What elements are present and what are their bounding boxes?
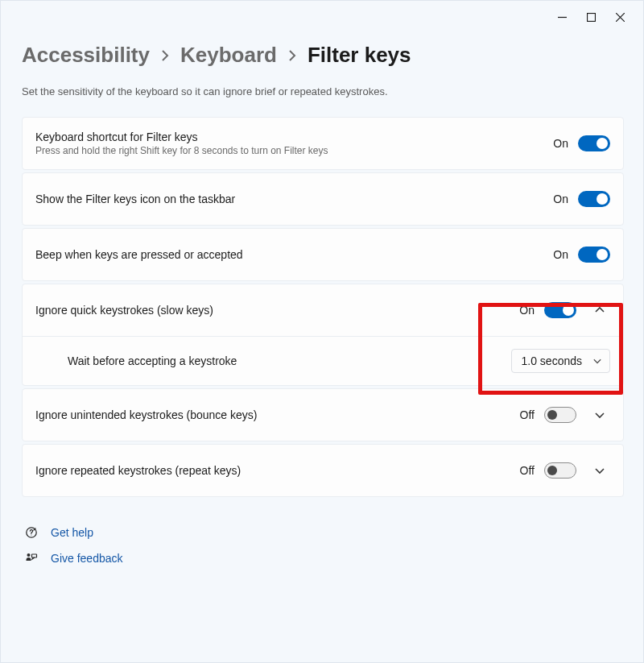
toggle-state-label: On	[553, 248, 568, 261]
toggle-state-label: Off	[520, 464, 535, 477]
chevron-down-icon	[593, 357, 601, 365]
breadcrumb-keyboard[interactable]: Keyboard	[180, 43, 277, 68]
svg-point-2	[31, 534, 31, 535]
help-icon	[25, 526, 39, 539]
toggle-bounce-keys[interactable]	[544, 407, 576, 423]
chevron-down-icon[interactable]	[589, 466, 610, 475]
row-title: Show the Filter keys icon on the taskbar	[35, 193, 553, 205]
toggle-state-label: On	[553, 193, 568, 205]
link-get-help[interactable]: Get help	[25, 526, 624, 539]
toggle-state-label: On	[553, 137, 568, 150]
row-description: Press and hold the right Shift key for 8…	[35, 145, 553, 156]
row-bounce-keys: Ignore unintended keystrokes (bounce key…	[22, 388, 624, 441]
toggle-keyboard-shortcut[interactable]	[578, 135, 610, 151]
svg-rect-4	[32, 554, 37, 557]
row-title: Beep when keys are pressed or accepted	[35, 248, 553, 261]
toggle-taskbar-icon[interactable]	[578, 191, 610, 207]
row-beep: Beep when keys are pressed or accepted O…	[22, 228, 624, 281]
select-wait-before-accepting[interactable]: 1.0 seconds	[511, 349, 611, 373]
toggle-repeat-keys[interactable]	[544, 462, 576, 479]
toggle-beep[interactable]	[578, 247, 610, 263]
chevron-down-icon[interactable]	[589, 410, 610, 420]
link-label: Get help	[51, 526, 93, 539]
row-taskbar-icon: Show the Filter keys icon on the taskbar…	[22, 172, 624, 226]
close-button[interactable]	[614, 11, 625, 23]
maximize-button[interactable]	[585, 11, 597, 23]
chevron-right-icon	[161, 50, 169, 64]
toggle-state-label: Off	[520, 408, 535, 421]
row-title: Ignore quick keystrokes (slow keys)	[35, 304, 519, 317]
svg-point-3	[27, 553, 31, 557]
feedback-icon	[25, 552, 39, 565]
chevron-right-icon	[288, 50, 296, 64]
select-value: 1.0 seconds	[522, 354, 583, 367]
row-keyboard-shortcut: Keyboard shortcut for Filter keys Press …	[22, 117, 624, 170]
chevron-up-icon[interactable]	[589, 305, 610, 315]
breadcrumb-accessibility[interactable]: Accessibility	[22, 43, 150, 68]
row-title: Ignore repeated keystrokes (repeat keys)	[35, 464, 520, 477]
row-repeat-keys: Ignore repeated keystrokes (repeat keys)…	[22, 444, 624, 497]
sub-row-label: Wait before accepting a keystroke	[68, 354, 511, 367]
link-give-feedback[interactable]: Give feedback	[25, 552, 624, 565]
link-label: Give feedback	[51, 552, 123, 565]
svg-rect-0	[587, 13, 595, 21]
page-subtitle: Set the sensitivity of the keyboard so i…	[22, 85, 624, 97]
row-title: Ignore unintended keystrokes (bounce key…	[35, 408, 520, 421]
toggle-state-label: On	[519, 304, 535, 317]
minimize-button[interactable]	[556, 11, 568, 23]
row-title: Keyboard shortcut for Filter keys	[35, 131, 553, 143]
toggle-slow-keys[interactable]	[544, 302, 576, 318]
page-title: Filter keys	[308, 43, 411, 68]
row-slow-keys-sub: Wait before accepting a keystroke 1.0 se…	[23, 336, 623, 385]
row-slow-keys: Ignore quick keystrokes (slow keys) On W…	[22, 284, 624, 386]
breadcrumb: Accessibility Keyboard Filter keys	[22, 43, 624, 68]
